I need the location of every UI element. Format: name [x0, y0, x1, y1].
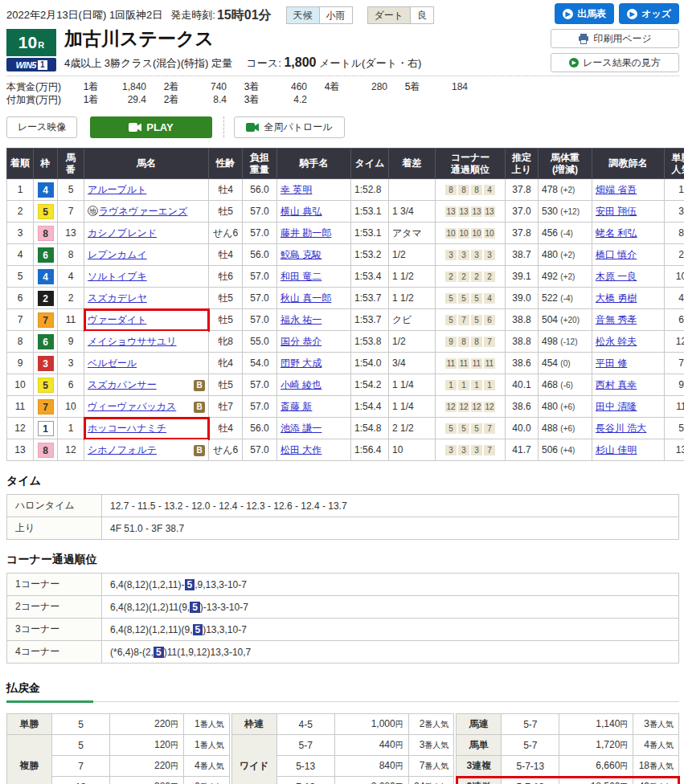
entries-button[interactable]: ▶ 出馬表	[555, 3, 614, 24]
trainer-link[interactable]: 長谷川 浩大	[596, 423, 646, 434]
jockey-link[interactable]: 秋山 真一郎	[281, 292, 331, 304]
horse-name-link[interactable]: レプンカムイ	[88, 249, 147, 260]
horse-name-link[interactable]: ホッコーハナミチ	[88, 423, 166, 434]
jockey-link[interactable]: 池添 謙一	[281, 423, 322, 434]
horse-weight-diff: (+2)	[560, 251, 575, 259]
bet-type-label: 3連単	[457, 777, 502, 784]
horse-name-link[interactable]: ソルトイブキ	[88, 271, 147, 282]
horse-name-link[interactable]: ラヴネヴァーエンズ	[99, 206, 187, 217]
prize-row: 付加賞(万円)1着29.42着8.43着4.2	[6, 93, 679, 106]
track-value: 良	[411, 7, 433, 23]
race-video-button[interactable]: レース映像	[6, 116, 77, 138]
margin: 1 1/2	[389, 288, 436, 309]
jockey-link[interactable]: 松田 大作	[281, 444, 322, 455]
jockey-link[interactable]: 鮫島 克駿	[281, 249, 322, 260]
corner-row: 3コーナー6,4(8,12)(1,2,11)(9,5)13,3,10-7	[7, 619, 679, 641]
time-row-label: ハロンタイム	[7, 495, 102, 517]
horse-weight-diff: (+6)	[560, 424, 575, 433]
horse-name-link[interactable]: カシノブレンド	[88, 227, 157, 239]
trainer-link[interactable]: 橋口 慎介	[596, 249, 637, 260]
payout-combination: 7-13	[276, 777, 334, 784]
print-page-button[interactable]: 印刷用ページ	[551, 29, 679, 48]
time-row: ハロンタイム12.7 - 11.5 - 13.2 - 12.0 - 12.4 -…	[7, 495, 679, 517]
local-horse-mark: 地	[88, 206, 98, 216]
result-row: 145アルーブルト牡456.0幸 英明1:52.8888437.8478 (+2…	[7, 179, 684, 201]
trainer-link[interactable]: 木原 一良	[596, 271, 637, 282]
jockey-link[interactable]: 国分 恭介	[281, 336, 322, 347]
horse-name-link[interactable]: アルーブルト	[88, 184, 146, 195]
jockey-link[interactable]: 団野 大成	[281, 357, 322, 369]
corner-position: 11	[484, 358, 495, 369]
jockey-link[interactable]: 和田 竜二	[281, 271, 322, 282]
horse-name-link[interactable]: メイショウササユリ	[88, 336, 177, 347]
margin: 1/2	[389, 244, 436, 266]
jockey-link[interactable]: 横山 典弘	[281, 206, 322, 217]
trainer-link[interactable]: 安田 翔伍	[596, 206, 637, 217]
horse-name-link[interactable]: ヴィーヴァバッカス	[88, 401, 176, 412]
trainer-link[interactable]: 杉山 佳明	[596, 444, 637, 455]
race-date: 2022年2月13日(日曜) 1回阪神2日	[6, 8, 162, 22]
finish-time: 1:53.8	[351, 331, 389, 353]
payout-popularity: 6番人気	[184, 777, 230, 784]
carried-weight: 57.0	[243, 309, 277, 331]
column-header: 騎手名	[277, 149, 351, 179]
trainer-link[interactable]: 田中 清隆	[596, 401, 637, 412]
trainer-link[interactable]: 蛯名 利弘	[596, 227, 637, 239]
jockey-link[interactable]: 福永 祐一	[281, 314, 322, 325]
jockey-cell: 和田 竜二	[277, 266, 351, 288]
sex-age: 牡7	[209, 396, 243, 418]
corner-positions: 2222	[436, 266, 506, 288]
trainer-link[interactable]: 松永 幹夫	[596, 336, 637, 347]
finish-time: 1:53.7	[351, 309, 389, 331]
last-3f: 40.1	[506, 374, 539, 396]
trainer-link[interactable]: 大橋 勇樹	[596, 292, 637, 304]
corner-positions: 3333	[436, 244, 506, 266]
race-conditions: 4歳以上 3勝クラス(混合)(特指) 定量 コース: 1,800 メートル(ダー…	[64, 55, 421, 71]
frame-cell: 2	[34, 288, 58, 309]
sex-age: せん6	[209, 223, 243, 244]
prize-rank: 5着	[399, 80, 426, 94]
corner-position: 1	[471, 380, 482, 390]
carried-weight: 57.0	[243, 374, 277, 396]
play-button[interactable]: PLAY	[90, 116, 212, 138]
horse-name-link[interactable]: ベルゼール	[88, 357, 137, 369]
time-row-label: 上り	[7, 517, 102, 540]
horse-name-link[interactable]: ヴァーダイト	[88, 314, 146, 325]
trainer-link[interactable]: 畑端 省吾	[596, 184, 637, 195]
corner-position: 7	[484, 445, 495, 455]
time-section-title: タイム	[6, 474, 679, 488]
finish-time: 1:54.4	[351, 396, 389, 418]
horse-name-link[interactable]: シホノフォルテ	[88, 444, 157, 455]
horse-number: 1	[58, 418, 84, 439]
sex-age: 牡5	[209, 288, 243, 309]
horse-name-link[interactable]: スズカパンサー	[88, 379, 157, 390]
odds-button[interactable]: ▶ オッズ	[619, 3, 679, 24]
weather-value: 小雨	[320, 7, 352, 23]
frame-number: 7	[38, 399, 54, 414]
start-time-value: 15時01分	[217, 7, 272, 24]
patrol-video-button[interactable]: 全周パトロール	[234, 116, 345, 138]
jockey-cell: 小崎 綾也	[277, 374, 351, 396]
horse-name-cell: スズカデレヤ	[84, 288, 209, 309]
frame-cell: 7	[34, 396, 58, 418]
payout-combination: 5-7-13	[502, 777, 559, 784]
howto-read-results-button[interactable]: ▶ レース結果の見方	[551, 53, 679, 72]
horse-name-link[interactable]: スズカデレヤ	[88, 292, 147, 304]
prize-rank: 2着	[158, 93, 185, 107]
trainer-link[interactable]: 音無 秀孝	[596, 314, 637, 325]
finish-position: 2	[7, 201, 34, 223]
horse-name-cell: ベルゼール	[84, 353, 209, 374]
trainer-link[interactable]: 平田 修	[596, 357, 627, 369]
trainer-cell: 長谷川 浩大	[592, 418, 665, 439]
corner-position: 7	[484, 423, 495, 434]
frame-number: 8	[38, 443, 54, 458]
jockey-link[interactable]: 斎藤 新	[281, 401, 312, 412]
jockey-link[interactable]: 小崎 綾也	[281, 379, 322, 390]
trainer-cell: 安田 翔伍	[592, 201, 665, 223]
trainer-link[interactable]: 西村 真幸	[596, 379, 637, 390]
jockey-link[interactable]: 藤井 勘一郎	[281, 227, 331, 239]
finish-time: 1:52.8	[351, 179, 389, 201]
jockey-link[interactable]: 幸 英明	[281, 184, 312, 195]
horse-weight: 456 (-4)	[539, 223, 592, 244]
payout-group-table: 単勝5220円1番人気複勝5120円1番人気7220円4番人気13380円6番人…	[6, 713, 230, 784]
